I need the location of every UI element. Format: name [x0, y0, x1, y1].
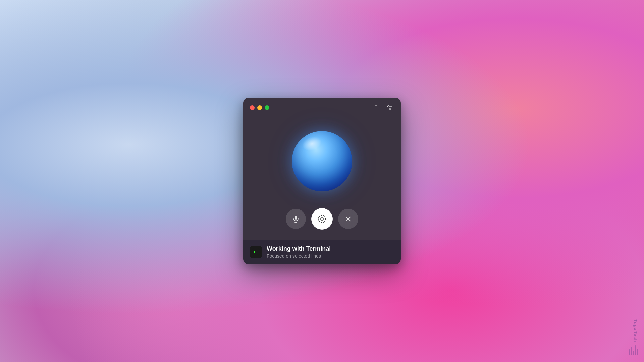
- titlebar: [243, 98, 401, 118]
- svg-line-11: [346, 217, 350, 221]
- action-button[interactable]: [311, 208, 333, 230]
- orb-container: [292, 131, 352, 191]
- svg-point-1: [388, 106, 389, 107]
- svg-rect-12: [252, 248, 260, 256]
- status-text: Working with Terminal Focused on selecte…: [267, 245, 331, 259]
- maximize-button[interactable]: [265, 105, 269, 110]
- traffic-lights: [250, 105, 269, 110]
- svg-line-10: [346, 217, 350, 221]
- svg-point-7: [318, 215, 326, 223]
- minimize-button[interactable]: [257, 105, 262, 110]
- main-window: Working with Terminal Focused on selecte…: [243, 98, 401, 264]
- mic-button[interactable]: [286, 209, 306, 229]
- watermark: TugaTech: [633, 319, 638, 342]
- close-button[interactable]: [250, 105, 255, 110]
- titlebar-actions: [371, 103, 394, 112]
- status-bar: Working with Terminal Focused on selecte…: [243, 240, 401, 264]
- status-title: Working with Terminal: [267, 245, 331, 253]
- eq-watermark: [629, 345, 638, 355]
- svg-rect-4: [295, 216, 297, 220]
- close-action-button[interactable]: [338, 209, 358, 229]
- settings-icon[interactable]: [385, 103, 394, 112]
- share-icon[interactable]: [371, 103, 381, 112]
- svg-point-3: [390, 108, 391, 110]
- status-subtitle: Focused on selected lines: [267, 253, 331, 259]
- terminal-icon: [252, 248, 260, 256]
- content-area: [243, 118, 401, 240]
- terminal-icon-wrap: [250, 246, 262, 258]
- ai-orb: [292, 131, 352, 191]
- controls-row: [286, 208, 358, 230]
